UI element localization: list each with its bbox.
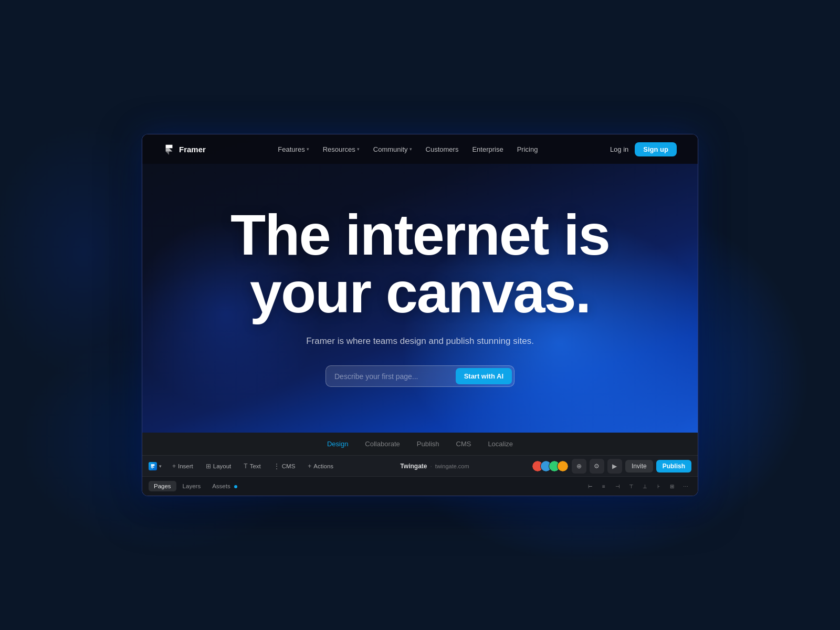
hero-input-container: Start with AI xyxy=(326,365,514,387)
actions-label: Actions xyxy=(313,463,333,469)
tab-collaborate[interactable]: Collaborate xyxy=(365,440,400,448)
nav-features-label: Features xyxy=(278,145,304,153)
align-center-button[interactable]: ≡ xyxy=(598,480,610,492)
toolbar-center: Twingate · twingate.com xyxy=(342,463,528,470)
tab-localize[interactable]: Localize xyxy=(488,440,513,448)
tab-design[interactable]: Design xyxy=(327,440,348,448)
signup-button[interactable]: Sign up xyxy=(635,142,677,156)
separator-dot: · xyxy=(430,463,432,470)
hero-title: The internet is your canvas. xyxy=(230,206,610,321)
browser-window: Framer Features ▾ Resources ▾ Community … xyxy=(142,134,698,496)
toolbar-right: ⊕ ⚙ ▶ Invite Publish xyxy=(532,459,691,474)
site-info[interactable]: Twingate · twingate.com xyxy=(400,463,469,470)
more-options-button[interactable]: ⋯ xyxy=(680,480,691,492)
plus-icon: + xyxy=(172,463,176,470)
login-button[interactable]: Log in xyxy=(610,145,628,153)
align-top-button[interactable]: ⊤ xyxy=(625,480,637,492)
nav-actions: Log in Sign up xyxy=(610,142,677,156)
nav-enterprise-label: Enterprise xyxy=(472,145,503,153)
navigation-bar: Framer Features ▾ Resources ▾ Community … xyxy=(142,134,698,164)
toolbar-framer-icon xyxy=(149,462,157,470)
cms-button[interactable]: ⋮ CMS xyxy=(269,460,300,472)
tab-layers-label: Layers xyxy=(183,483,201,489)
nav-pricing-label: Pricing xyxy=(517,145,538,153)
text-icon: T xyxy=(244,463,247,470)
align-left-button[interactable]: ⊢ xyxy=(584,480,596,492)
start-with-ai-button[interactable]: Start with AI xyxy=(456,368,512,384)
tab-publish[interactable]: Publish xyxy=(417,440,439,448)
site-url: twingate.com xyxy=(435,463,469,469)
avatar-4 xyxy=(557,460,569,472)
framer-toolbar-area: Design Collaborate Publish CMS Localize … xyxy=(142,433,698,496)
chevron-down-icon: ▾ xyxy=(357,146,360,152)
insert-button[interactable]: + Insert xyxy=(168,460,197,472)
layout-icon: ⊞ xyxy=(206,463,211,470)
text-button[interactable]: T Text xyxy=(239,460,265,472)
framer-logo-icon xyxy=(163,143,175,155)
bottom-right-tools: ⊢ ≡ ⊣ ⊤ ⊥ ⊦ ⊞ ⋯ xyxy=(584,480,691,492)
hero-subtitle: Framer is where teams design and publish… xyxy=(306,336,534,346)
nav-logo-text: Framer xyxy=(179,145,206,154)
actions-button[interactable]: + Actions xyxy=(303,460,338,472)
nav-features[interactable]: Features ▾ xyxy=(272,143,314,156)
chevron-down-icon: ▾ xyxy=(410,146,412,152)
hero-section: The internet is your canvas. Framer is w… xyxy=(142,164,698,387)
actions-icon: + xyxy=(308,463,311,470)
cms-icon: ⋮ xyxy=(274,463,280,470)
publish-button[interactable]: Publish xyxy=(656,460,691,472)
tab-layers[interactable]: Layers xyxy=(177,481,206,491)
hero-title-line2: your canvas. xyxy=(250,260,591,324)
nav-customers-label: Customers xyxy=(426,145,459,153)
bottom-bar: Pages Layers Assets ⊢ ≡ ⊣ ⊤ ⊥ ⊦ ⊞ ⋯ xyxy=(142,477,698,496)
align-bottom-button[interactable]: ⊦ xyxy=(653,480,664,492)
page-description-input[interactable] xyxy=(334,372,456,381)
cms-label: CMS xyxy=(282,463,296,469)
tab-assets[interactable]: Assets xyxy=(207,481,243,491)
settings-button[interactable]: ⚙ xyxy=(590,459,604,474)
feature-tabs: Design Collaborate Publish CMS Localize xyxy=(142,433,698,456)
toolbar-logo[interactable]: ▾ xyxy=(149,462,162,470)
toolbar-dropdown-icon: ▾ xyxy=(159,464,162,469)
nav-customers[interactable]: Customers xyxy=(421,143,464,156)
nav-links: Features ▾ Resources ▾ Community ▾ Custo… xyxy=(272,143,543,156)
notification-dot xyxy=(234,485,237,488)
main-toolbar: ▾ + Insert ⊞ Layout T Text ⋮ CMS + Actio… xyxy=(142,456,698,477)
insert-label: Insert xyxy=(178,463,193,469)
layout-label: Layout xyxy=(213,463,232,469)
nav-enterprise[interactable]: Enterprise xyxy=(467,143,508,156)
distribute-button[interactable]: ⊞ xyxy=(666,480,678,492)
tab-pages[interactable]: Pages xyxy=(149,481,176,491)
align-right-button[interactable]: ⊣ xyxy=(612,480,623,492)
tab-cms[interactable]: CMS xyxy=(456,440,471,448)
chevron-down-icon: ▾ xyxy=(307,146,309,152)
website-content: Framer Features ▾ Resources ▾ Community … xyxy=(142,134,698,433)
collaborator-avatars xyxy=(532,460,569,472)
nav-community-label: Community xyxy=(373,145,408,153)
tab-assets-label: Assets xyxy=(212,483,230,489)
nav-logo[interactable]: Framer xyxy=(163,143,206,155)
nav-resources[interactable]: Resources ▾ xyxy=(318,143,365,156)
hero-title-line1: The internet is xyxy=(230,202,610,267)
play-button[interactable]: ▶ xyxy=(607,459,622,474)
nav-pricing[interactable]: Pricing xyxy=(512,143,543,156)
site-name: Twingate xyxy=(400,463,427,470)
tab-pages-label: Pages xyxy=(154,483,171,489)
panel-tabs: Pages Layers Assets xyxy=(149,481,243,491)
text-label: Text xyxy=(250,463,261,469)
layout-button[interactable]: ⊞ Layout xyxy=(202,460,236,472)
invite-button[interactable]: Invite xyxy=(625,460,653,472)
nav-community[interactable]: Community ▾ xyxy=(368,143,417,156)
align-middle-button[interactable]: ⊥ xyxy=(639,480,650,492)
add-collaborator-button[interactable]: ⊕ xyxy=(572,459,586,474)
nav-resources-label: Resources xyxy=(323,145,355,153)
